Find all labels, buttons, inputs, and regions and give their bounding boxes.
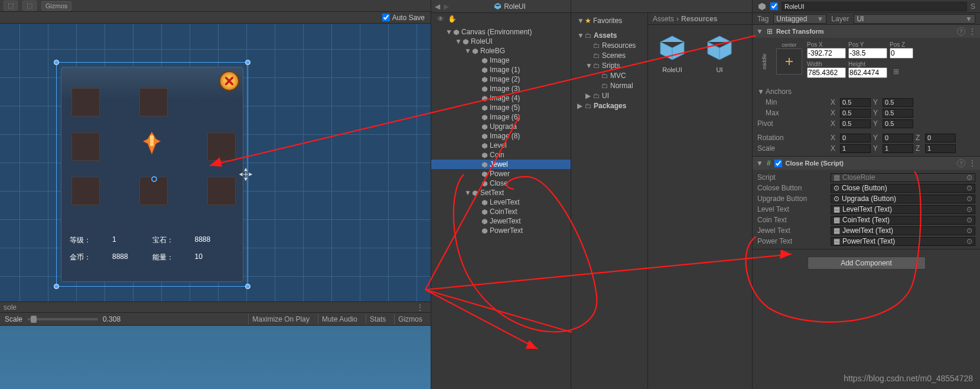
upgrade-icon[interactable] — [138, 129, 165, 157]
object-name-input[interactable] — [782, 2, 967, 11]
pivot-x[interactable] — [840, 119, 871, 128]
project-item[interactable]: UI — [701, 33, 738, 73]
toolbar-button[interactable]: ⬚ — [4, 1, 18, 11]
scale-z[interactable] — [925, 144, 956, 153]
object-field[interactable]: ▦PowerText (Text)⊙ — [831, 237, 975, 246]
scene-viewport[interactable]: 等级： 1 宝石： 8888 金币： 8888 — [0, 24, 431, 302]
back-icon[interactable]: ◀ — [435, 2, 440, 11]
scale-x[interactable] — [840, 144, 871, 153]
project-row[interactable]: ▼★Favorites — [571, 15, 647, 25]
help-icon[interactable]: ? — [957, 27, 965, 35]
tree-row[interactable]: ▼Canvas (Environment) — [431, 27, 571, 37]
anchor-min-x[interactable] — [840, 98, 871, 107]
tree-row[interactable]: Image (8) — [431, 131, 571, 141]
resize-handle-tr[interactable] — [245, 60, 250, 65]
tree-row[interactable]: ▼RoleBG — [431, 46, 571, 56]
maximize-toggle[interactable]: Maximize On Play — [248, 314, 313, 325]
pickable-icon[interactable]: ✋ — [448, 15, 457, 23]
scale-slider[interactable] — [27, 318, 98, 320]
object-field[interactable]: ⊙Close (Button)⊙ — [831, 184, 975, 193]
pos-y-input[interactable] — [848, 48, 887, 59]
gizmos-toggle[interactable]: Gizmos — [394, 314, 426, 325]
anchors-foldout[interactable]: ▼Anchors — [757, 86, 975, 97]
anchor-preset-button[interactable]: center middle — [776, 48, 802, 74]
tree-row[interactable]: Upgrada — [431, 122, 571, 131]
item-slot[interactable] — [71, 177, 100, 205]
active-checkbox[interactable] — [770, 2, 778, 10]
project-row[interactable]: ▼🗀Sripts — [571, 60, 647, 70]
console-tab[interactable]: sole ⋮ — [0, 302, 431, 312]
blueprint-icon[interactable]: ⊞ — [893, 67, 899, 78]
tree-row[interactable]: Image (3) — [431, 84, 571, 93]
tree-row[interactable]: Image (1) — [431, 65, 571, 74]
tree-row[interactable]: JewelText — [431, 216, 571, 226]
pos-z-input[interactable] — [890, 48, 913, 59]
static-dropdown[interactable]: S — [971, 2, 975, 11]
help-icon[interactable]: ? — [957, 159, 965, 167]
resize-handle-br[interactable] — [245, 284, 250, 289]
height-input[interactable] — [848, 67, 887, 78]
roleui-selection[interactable]: 等级： 1 宝石： 8888 金币： 8888 — [56, 62, 248, 287]
game-preview[interactable] — [0, 325, 431, 389]
anchor-max-y[interactable] — [883, 109, 913, 118]
component-menu-icon[interactable]: ⋮ — [969, 159, 976, 167]
component-header[interactable]: ▼ # Close Role (Script) ? ⋮ — [753, 157, 980, 170]
toolbar-button[interactable]: ⬚ — [22, 1, 37, 11]
item-slot[interactable] — [207, 177, 236, 205]
tree-row[interactable]: CoinText — [431, 207, 571, 216]
resize-handle-bl[interactable] — [54, 284, 59, 289]
object-field[interactable]: ⊙Upgrada (Button)⊙ — [831, 194, 975, 203]
tree-row[interactable]: Jewel — [431, 160, 571, 169]
pos-x-input[interactable] — [807, 48, 846, 59]
rot-y[interactable] — [883, 134, 913, 142]
tree-row[interactable]: Close — [431, 179, 571, 188]
project-row[interactable]: ▶🗀UI — [571, 90, 647, 101]
tree-row[interactable]: ▼SetText — [431, 188, 571, 197]
anchor-min-y[interactable] — [883, 98, 913, 107]
item-slot[interactable] — [207, 132, 236, 161]
item-slot[interactable] — [139, 88, 168, 116]
tree-row[interactable]: Level — [431, 141, 571, 150]
component-menu-icon[interactable]: ⋮ — [969, 27, 976, 35]
project-row[interactable]: 🗀Scenes — [571, 50, 647, 60]
layer-dropdown[interactable]: UI▼ — [854, 14, 975, 24]
pivot-y[interactable] — [883, 119, 913, 128]
tree-row[interactable]: ▼RoleUI — [431, 37, 571, 46]
project-row[interactable]: 🗀Resources — [571, 40, 647, 50]
add-component-button[interactable]: Add Component — [808, 257, 926, 270]
object-field[interactable]: ▦LevelText (Text)⊙ — [831, 205, 975, 214]
item-slot[interactable] — [71, 132, 100, 161]
project-row[interactable]: 🗀MVC — [571, 70, 647, 80]
width-input[interactable] — [807, 67, 846, 78]
tree-row[interactable]: Image — [431, 56, 571, 65]
panel-menu-icon[interactable]: ⋮ — [416, 303, 431, 312]
tree-row[interactable]: LevelText — [431, 197, 571, 207]
auto-save-checkbox[interactable] — [382, 14, 390, 21]
tree-row[interactable]: Image (4) — [431, 93, 571, 103]
move-gizmo-icon[interactable] — [239, 167, 253, 183]
scale-y[interactable] — [883, 144, 913, 153]
project-breadcrumb[interactable]: Assets›Resources — [648, 13, 752, 25]
tree-row[interactable]: Image (5) — [431, 103, 571, 112]
object-field[interactable]: ▦CoinText (Text)⊙ — [831, 216, 975, 225]
gizmos-dropdown[interactable]: Gizmos — [41, 1, 71, 11]
tree-row[interactable]: Image (2) — [431, 74, 571, 84]
visibility-icon[interactable]: 👁 — [437, 15, 444, 23]
mute-toggle[interactable]: Mute Audio — [318, 314, 361, 325]
project-row[interactable]: 🗀Normal — [571, 80, 647, 90]
stats-toggle[interactable]: Stats — [366, 314, 389, 325]
project-row[interactable]: ▶🗀Packages — [571, 101, 647, 111]
rot-z[interactable] — [925, 134, 956, 142]
tree-row[interactable]: PowerText — [431, 226, 571, 235]
tree-row[interactable]: Coin — [431, 150, 571, 160]
tree-row[interactable]: Image (6) — [431, 112, 571, 122]
component-enabled-checkbox[interactable] — [774, 160, 782, 167]
rot-x[interactable] — [840, 134, 871, 142]
project-row[interactable]: ▼🗀Assets — [571, 30, 647, 40]
item-slot[interactable] — [71, 88, 100, 116]
tree-row[interactable]: Power — [431, 169, 571, 179]
object-field[interactable]: ▦JewelText (Text)⊙ — [831, 226, 975, 235]
component-header[interactable]: ▼ ⊞ Rect Transform ? ⋮ — [753, 25, 980, 38]
forward-icon[interactable]: ▶ — [444, 2, 449, 11]
anchor-max-x[interactable] — [840, 109, 871, 118]
